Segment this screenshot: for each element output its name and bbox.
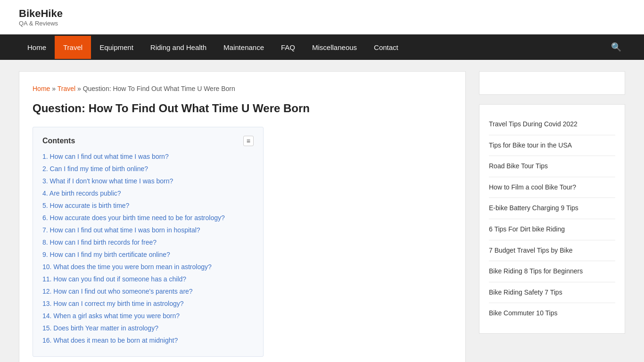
toc-item: 14. When a girl asks what time you were …: [42, 311, 254, 321]
sidebar-link-item: 7 Budget Travel Tips by Bike: [489, 240, 615, 262]
nav-item-maintenance[interactable]: Maintenance: [215, 36, 272, 59]
toc-item: 1. How can I find out what time I was bo…: [42, 152, 254, 162]
nav-item-faq[interactable]: FAQ: [272, 36, 304, 59]
sidebar-link-item: Bike Commuter 10 Tips: [489, 303, 615, 324]
nav-item-contact[interactable]: Contact: [365, 36, 407, 59]
breadcrumb-home[interactable]: Home: [33, 85, 50, 92]
toc-link[interactable]: 9. How can I find my birth certificate o…: [42, 251, 170, 258]
search-icon[interactable]: 🔍: [607, 34, 625, 60]
sidebar-link-item: Bike Riding 8 Tips for Beginners: [489, 261, 615, 282]
sidebar-link[interactable]: Travel Tips During Covid 2022: [489, 120, 578, 128]
sidebar-link[interactable]: E-bike Battery Charging 9 Tips: [489, 204, 578, 212]
sidebar-link[interactable]: Bike Riding Safety 7 Tips: [489, 288, 562, 296]
toc-link[interactable]: 7. How can I find out what time I was bo…: [42, 226, 200, 234]
nav-item-travel[interactable]: Travel: [55, 36, 91, 59]
nav-item-miscellaneous[interactable]: Miscellaneous: [304, 36, 365, 59]
sidebar-widget-links: Travel Tips During Covid 2022Tips for Bi…: [479, 104, 625, 334]
toc-item: 5. How accurate is birth time?: [42, 201, 254, 211]
main-nav: HomeTravelEquipmentRiding and HealthMain…: [0, 34, 644, 60]
nav-item-home[interactable]: Home: [19, 36, 55, 59]
toc-item: 13. How can I correct my birth time in a…: [42, 299, 254, 309]
sidebar-link-item: E-bike Battery Charging 9 Tips: [489, 198, 615, 219]
toc-link[interactable]: 2. Can I find my time of birth online?: [42, 165, 148, 173]
sidebar-widget-top: [479, 71, 625, 95]
toc-item: 10. What does the time you were born mea…: [42, 262, 254, 272]
toc-item: 8. How can I find birth records for free…: [42, 238, 254, 247]
sidebar-link[interactable]: Tips for Bike tour in the USA: [489, 141, 572, 149]
toc-link[interactable]: 12. How can I find out who someone's par…: [42, 288, 193, 295]
toc-toggle-button[interactable]: ≡: [243, 136, 254, 146]
nav-item-riding-and-health[interactable]: Riding and Health: [142, 36, 215, 59]
sidebar-link-item: Bike Riding Safety 7 Tips: [489, 282, 615, 304]
toc-title: Contents: [42, 137, 75, 145]
sidebar-link[interactable]: How to Film a cool Bike Tour?: [489, 183, 576, 191]
toc-link[interactable]: 4. Are birth records public?: [42, 189, 121, 197]
toc-link[interactable]: 6. How accurate does your birth time nee…: [42, 214, 225, 222]
breadcrumb: Home » Travel » Question: How To Find Ou…: [33, 85, 452, 92]
toc-link[interactable]: 16. What does it mean to be born at midn…: [42, 337, 178, 344]
toc-link[interactable]: 10. What does the time you were born mea…: [42, 263, 212, 271]
page-title: Question: How To Find Out What Time U We…: [33, 101, 452, 115]
toc-item: 3. What if I don't know what time I was …: [42, 176, 254, 186]
toc-item: 9. How can I find my birth certificate o…: [42, 250, 254, 260]
toc-link[interactable]: 1. How can I find out what time I was bo…: [42, 153, 169, 160]
toc-box: Contents ≡ 1. How can I find out what ti…: [33, 127, 264, 357]
sidebar-link-item: 6 Tips For Dirt bike Riding: [489, 219, 615, 240]
site-header: BikeHike QA & Reviews: [0, 0, 644, 34]
toc-item: 11. How can you find out if someone has …: [42, 274, 254, 284]
toc-item: 12. How can I find out who someone's par…: [42, 287, 254, 296]
toc-link[interactable]: 11. How can you find out if someone has …: [42, 275, 186, 283]
toc-link[interactable]: 8. How can I find birth records for free…: [42, 239, 157, 246]
sidebar-link-item: Tips for Bike tour in the USA: [489, 135, 615, 156]
sidebar-link[interactable]: Road Bike Tour Tips: [489, 162, 548, 170]
toc-item: 7. How can I find out what time I was bo…: [42, 225, 254, 235]
toc-list: 1. How can I find out what time I was bo…: [42, 152, 254, 346]
toc-link[interactable]: 14. When a girl asks what time you were …: [42, 312, 180, 320]
toc-item: 4. Are birth records public?: [42, 189, 254, 198]
toc-link[interactable]: 15. Does birth Year matter in astrology?: [42, 324, 158, 332]
toc-header: Contents ≡: [42, 136, 254, 146]
sidebar-link[interactable]: Bike Commuter 10 Tips: [489, 309, 558, 317]
sidebar-link-list: Travel Tips During Covid 2022Tips for Bi…: [489, 114, 615, 324]
toc-link[interactable]: 5. How accurate is birth time?: [42, 202, 129, 209]
nav-item-equipment[interactable]: Equipment: [91, 36, 142, 59]
sidebar-link[interactable]: Bike Riding 8 Tips for Beginners: [489, 267, 583, 275]
sidebar-link[interactable]: 6 Tips For Dirt bike Riding: [489, 225, 565, 233]
toc-item: 6. How accurate does your birth time nee…: [42, 213, 254, 223]
main-content: Home » Travel » Question: How To Find Ou…: [19, 71, 466, 362]
site-title: BikeHike: [19, 8, 625, 20]
sidebar-link-item: Road Bike Tour Tips: [489, 156, 615, 177]
sidebar-link[interactable]: 7 Budget Travel Tips by Bike: [489, 247, 572, 254]
sidebar-link-item: Travel Tips During Covid 2022: [489, 114, 615, 135]
sidebar-link-item: How to Film a cool Bike Tour?: [489, 177, 615, 198]
breadcrumb-travel[interactable]: Travel: [58, 85, 75, 92]
toc-item: 15. Does birth Year matter in astrology?: [42, 323, 254, 333]
toc-item: 2. Can I find my time of birth online?: [42, 164, 254, 174]
toc-link[interactable]: 13. How can I correct my birth time in a…: [42, 300, 184, 307]
page-wrapper: Home » Travel » Question: How To Find Ou…: [0, 60, 644, 362]
breadcrumb-current: Question: How To Find Out What Time U We…: [83, 85, 235, 92]
toc-item: 16. What does it mean to be born at midn…: [42, 336, 254, 346]
site-subtitle: QA & Reviews: [19, 20, 625, 27]
toc-link[interactable]: 3. What if I don't know what time I was …: [42, 177, 173, 185]
sidebar: Travel Tips During Covid 2022Tips for Bi…: [479, 71, 625, 362]
